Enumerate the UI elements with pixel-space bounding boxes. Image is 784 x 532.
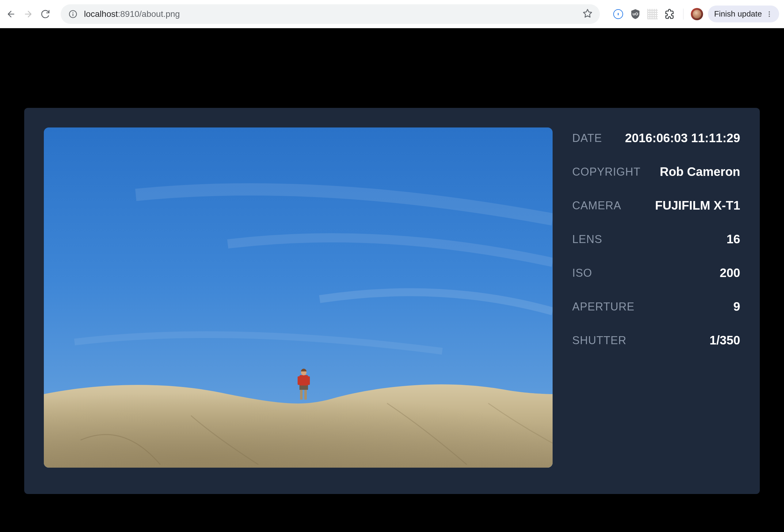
- meta-value: 200: [720, 266, 740, 280]
- svg-rect-14: [307, 376, 310, 385]
- arrow-left-icon: [6, 9, 16, 19]
- puzzle-icon: [665, 9, 675, 19]
- svg-text:uO: uO: [633, 12, 638, 16]
- back-button[interactable]: [5, 8, 17, 20]
- page-viewport: DATE2016:06:03 11:11:29COPYRIGHTRob Came…: [0, 28, 784, 532]
- meta-label: CAMERA: [572, 199, 621, 212]
- meta-value: FUJIFILM X-T1: [655, 199, 740, 213]
- svg-point-6: [769, 13, 770, 15]
- meta-label: SHUTTER: [572, 334, 626, 347]
- meta-row: APERTURE9: [572, 300, 740, 313]
- meta-value: 1/350: [709, 333, 740, 347]
- more-vertical-icon: [765, 10, 773, 18]
- meta-value: 2016:06:03 11:11:29: [625, 131, 740, 145]
- extensions-button[interactable]: [664, 8, 676, 20]
- svg-rect-12: [300, 375, 308, 386]
- meta-label: DATE: [572, 132, 602, 145]
- meta-label: LENS: [572, 233, 602, 246]
- avatar-image: [693, 10, 701, 19]
- svg-rect-3: [618, 13, 619, 15]
- meta-row: SHUTTER1/350: [572, 333, 740, 347]
- forward-button[interactable]: [22, 8, 34, 20]
- browser-actions: uO Finish update: [612, 5, 779, 22]
- url-host: localhost: [84, 9, 118, 19]
- extension-qr[interactable]: [646, 8, 659, 20]
- photo-metadata: DATE2016:06:03 11:11:29COPYRIGHTRob Came…: [572, 128, 740, 474]
- svg-point-5: [769, 11, 770, 12]
- onepassword-icon: [613, 9, 623, 19]
- reload-icon: [40, 9, 50, 19]
- photo-card: DATE2016:06:03 11:11:29COPYRIGHTRob Came…: [24, 108, 760, 494]
- landscape-photo: [44, 128, 553, 468]
- bookmark-button[interactable]: [583, 8, 592, 20]
- star-icon: [583, 8, 592, 19]
- svg-rect-13: [298, 376, 300, 385]
- meta-label: COPYRIGHT: [572, 166, 641, 178]
- svg-point-2: [73, 12, 74, 13]
- svg-point-7: [769, 16, 770, 17]
- site-info-icon[interactable]: [68, 9, 78, 19]
- meta-value: 16: [727, 232, 740, 246]
- qr-icon: [647, 9, 658, 19]
- meta-label: APERTURE: [572, 300, 635, 313]
- meta-row: CAMERAFUJIFILM X-T1: [572, 199, 740, 213]
- arrow-right-icon: [23, 9, 33, 19]
- reload-button[interactable]: [39, 8, 52, 20]
- photo-preview: [44, 128, 553, 468]
- toolbar-divider: [683, 8, 683, 20]
- address-bar[interactable]: localhost:8910/about.png: [61, 4, 600, 24]
- extension-ublock[interactable]: uO: [629, 8, 642, 20]
- url-path: :8910/about.png: [118, 9, 180, 19]
- profile-avatar[interactable]: [691, 8, 703, 20]
- meta-row: COPYRIGHTRob Cameron: [572, 165, 740, 179]
- meta-row: LENS16: [572, 232, 740, 246]
- meta-row: DATE2016:06:03 11:11:29: [572, 131, 740, 145]
- finish-update-label: Finish update: [714, 9, 762, 19]
- browser-toolbar: localhost:8910/about.png uO Finish updat…: [0, 0, 784, 28]
- extension-1password[interactable]: [612, 8, 624, 20]
- shield-icon: uO: [631, 8, 640, 20]
- meta-value: Rob Cameron: [660, 165, 740, 179]
- url-display: localhost:8910/about.png: [84, 9, 180, 19]
- nav-button-group: [5, 8, 52, 20]
- meta-value: 9: [733, 300, 740, 313]
- finish-update-button[interactable]: Finish update: [708, 5, 779, 22]
- meta-label: ISO: [572, 267, 592, 279]
- meta-row: ISO200: [572, 266, 740, 280]
